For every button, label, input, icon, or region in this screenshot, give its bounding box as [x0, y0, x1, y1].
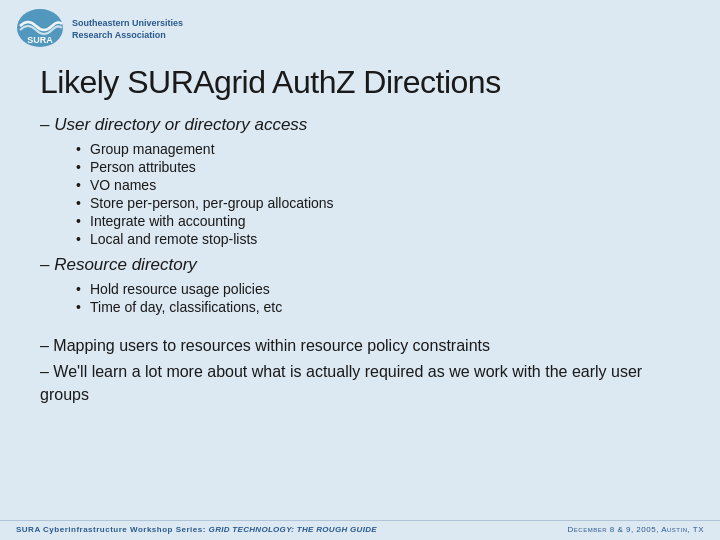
footer-sura: SURA: [16, 525, 43, 534]
list-item: Time of day, classifications, etc: [76, 299, 680, 315]
slide-title: Likely SURAgrid AuthZ Directions: [40, 64, 680, 101]
list-item: VO names: [76, 177, 680, 193]
section2: Resource directory Hold resource usage p…: [40, 255, 680, 323]
list-item: Hold resource usage policies: [76, 281, 680, 297]
footer-right: December 8 & 9, 2005, Austin, TX: [568, 525, 704, 534]
section1-bullet-list: Group management Person attributes VO na…: [76, 141, 680, 247]
bottom-bullets: Mapping users to resources within resour…: [40, 335, 680, 410]
list-item: Group management: [76, 141, 680, 157]
section2-bullet-list: Hold resource usage policies Time of day…: [76, 281, 680, 315]
logo-area: SURA Southeastern Universities Research …: [16, 8, 183, 52]
list-item: Integrate with accounting: [76, 213, 680, 229]
main-content: Likely SURAgrid AuthZ Directions User di…: [0, 60, 720, 520]
sura-logo-emblem: SURA: [16, 8, 64, 52]
org-line2: Research Association: [72, 30, 183, 42]
footer: SURA Cyberinfrastructure Workshop Series…: [0, 520, 720, 540]
list-item: Local and remote stop-lists: [76, 231, 680, 247]
footer-series-label: Cyberinfrastructure Workshop Series:: [43, 525, 209, 534]
org-line1: Southeastern Universities: [72, 18, 183, 30]
section1: User directory or directory access Group…: [40, 115, 680, 255]
section1-label: User directory or directory access: [40, 115, 680, 135]
header: SURA Southeastern Universities Research …: [0, 0, 720, 60]
bottom-bullet-2: We'll learn a lot more about what is act…: [40, 361, 680, 406]
logo-text: Southeastern Universities Research Assoc…: [72, 18, 183, 41]
list-item: Person attributes: [76, 159, 680, 175]
list-item: Store per-person, per-group allocations: [76, 195, 680, 211]
svg-text:SURA: SURA: [27, 35, 53, 45]
footer-title-italic: Grid Technology: The Rough Guide: [209, 525, 377, 534]
section2-label: Resource directory: [40, 255, 680, 275]
bottom-bullet-1: Mapping users to resources within resour…: [40, 335, 680, 357]
slide: SURA Southeastern Universities Research …: [0, 0, 720, 540]
footer-left: SURA Cyberinfrastructure Workshop Series…: [16, 525, 377, 534]
